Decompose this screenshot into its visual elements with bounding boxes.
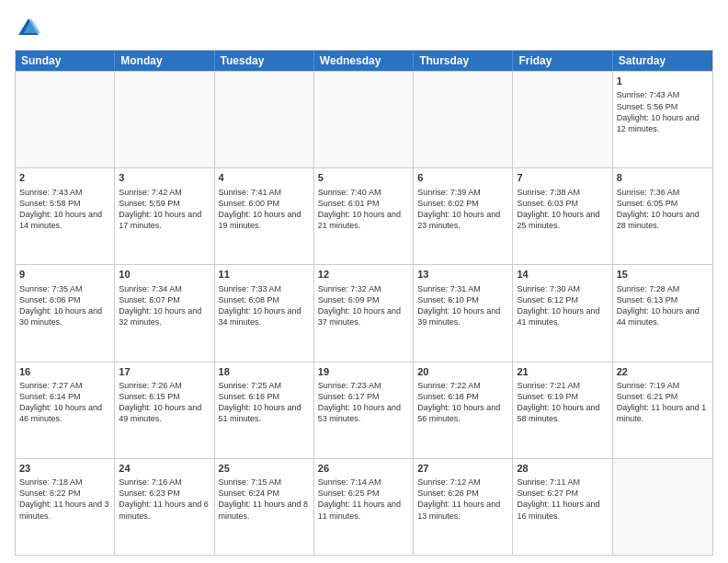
day-number: 8 bbox=[617, 171, 709, 185]
calendar-cell: 2Sunrise: 7:43 AM Sunset: 5:58 PM Daylig… bbox=[16, 168, 115, 264]
calendar: SundayMondayTuesdayWednesdayThursdayFrid… bbox=[15, 50, 713, 556]
logo-icon bbox=[15, 15, 42, 42]
calendar-cell: 24Sunrise: 7:16 AM Sunset: 6:23 PM Dayli… bbox=[115, 459, 214, 555]
calendar-cell: 1Sunrise: 7:43 AM Sunset: 5:56 PM Daylig… bbox=[613, 72, 712, 167]
calendar-cell: 16Sunrise: 7:27 AM Sunset: 6:14 PM Dayli… bbox=[16, 362, 115, 458]
day-number: 7 bbox=[517, 171, 608, 185]
calendar-cell: 20Sunrise: 7:22 AM Sunset: 6:18 PM Dayli… bbox=[414, 362, 513, 458]
day-number: 27 bbox=[417, 462, 508, 476]
cell-info: Sunrise: 7:18 AM Sunset: 6:22 PM Dayligh… bbox=[19, 477, 110, 522]
calendar-cell: 7Sunrise: 7:38 AM Sunset: 6:03 PM Daylig… bbox=[513, 168, 612, 264]
calendar-header: SundayMondayTuesdayWednesdayThursdayFrid… bbox=[16, 51, 712, 71]
day-number: 25 bbox=[219, 462, 310, 476]
cell-info: Sunrise: 7:26 AM Sunset: 6:15 PM Dayligh… bbox=[119, 380, 210, 425]
day-number: 12 bbox=[318, 268, 409, 282]
calendar-cell: 23Sunrise: 7:18 AM Sunset: 6:22 PM Dayli… bbox=[16, 459, 115, 555]
day-number: 1 bbox=[617, 75, 709, 88]
cell-info: Sunrise: 7:42 AM Sunset: 5:59 PM Dayligh… bbox=[119, 187, 210, 232]
cell-info: Sunrise: 7:34 AM Sunset: 6:07 PM Dayligh… bbox=[119, 283, 210, 328]
header-day-wednesday: Wednesday bbox=[314, 51, 414, 71]
day-number: 3 bbox=[119, 171, 210, 185]
calendar-cell: 21Sunrise: 7:21 AM Sunset: 6:19 PM Dayli… bbox=[513, 362, 612, 458]
day-number: 9 bbox=[19, 268, 110, 282]
calendar-cell bbox=[613, 459, 712, 555]
day-number: 4 bbox=[219, 171, 310, 185]
cell-info: Sunrise: 7:19 AM Sunset: 6:21 PM Dayligh… bbox=[617, 380, 709, 425]
calendar-cell bbox=[314, 72, 414, 167]
cell-info: Sunrise: 7:12 AM Sunset: 6:26 PM Dayligh… bbox=[417, 477, 508, 522]
calendar-cell: 14Sunrise: 7:30 AM Sunset: 6:12 PM Dayli… bbox=[513, 265, 612, 361]
day-number: 17 bbox=[119, 365, 210, 379]
calendar-cell: 4Sunrise: 7:41 AM Sunset: 6:00 PM Daylig… bbox=[215, 168, 314, 264]
header-day-tuesday: Tuesday bbox=[215, 51, 314, 71]
day-number: 26 bbox=[318, 462, 409, 476]
calendar-cell: 25Sunrise: 7:15 AM Sunset: 6:24 PM Dayli… bbox=[215, 459, 314, 555]
cell-info: Sunrise: 7:21 AM Sunset: 6:19 PM Dayligh… bbox=[517, 380, 608, 425]
day-number: 16 bbox=[19, 365, 110, 379]
cell-info: Sunrise: 7:30 AM Sunset: 6:12 PM Dayligh… bbox=[517, 283, 608, 328]
cell-info: Sunrise: 7:11 AM Sunset: 6:27 PM Dayligh… bbox=[517, 477, 608, 522]
calendar-cell: 13Sunrise: 7:31 AM Sunset: 6:10 PM Dayli… bbox=[414, 265, 513, 361]
cell-info: Sunrise: 7:25 AM Sunset: 6:16 PM Dayligh… bbox=[219, 380, 310, 425]
calendar-cell: 28Sunrise: 7:11 AM Sunset: 6:27 PM Dayli… bbox=[513, 459, 612, 555]
header-day-thursday: Thursday bbox=[414, 51, 513, 71]
day-number: 2 bbox=[19, 171, 110, 185]
header-day-monday: Monday bbox=[115, 51, 214, 71]
calendar-cell: 17Sunrise: 7:26 AM Sunset: 6:15 PM Dayli… bbox=[115, 362, 214, 458]
cell-info: Sunrise: 7:23 AM Sunset: 6:17 PM Dayligh… bbox=[318, 380, 409, 425]
day-number: 20 bbox=[417, 365, 508, 379]
header bbox=[15, 15, 713, 42]
calendar-cell: 19Sunrise: 7:23 AM Sunset: 6:17 PM Dayli… bbox=[314, 362, 414, 458]
logo bbox=[15, 15, 46, 42]
calendar-cell: 10Sunrise: 7:34 AM Sunset: 6:07 PM Dayli… bbox=[115, 265, 214, 361]
calendar-cell: 5Sunrise: 7:40 AM Sunset: 6:01 PM Daylig… bbox=[314, 168, 414, 264]
calendar-cell: 8Sunrise: 7:36 AM Sunset: 6:05 PM Daylig… bbox=[613, 168, 712, 264]
calendar-cell: 18Sunrise: 7:25 AM Sunset: 6:16 PM Dayli… bbox=[215, 362, 314, 458]
calendar-cell: 15Sunrise: 7:28 AM Sunset: 6:13 PM Dayli… bbox=[613, 265, 712, 361]
calendar-cell bbox=[414, 72, 513, 167]
header-day-saturday: Saturday bbox=[613, 51, 712, 71]
cell-info: Sunrise: 7:14 AM Sunset: 6:25 PM Dayligh… bbox=[318, 477, 409, 522]
day-number: 18 bbox=[219, 365, 310, 379]
calendar-row-4: 23Sunrise: 7:18 AM Sunset: 6:22 PM Dayli… bbox=[16, 458, 712, 555]
cell-info: Sunrise: 7:15 AM Sunset: 6:24 PM Dayligh… bbox=[219, 477, 310, 522]
day-number: 5 bbox=[318, 171, 409, 185]
calendar-cell: 27Sunrise: 7:12 AM Sunset: 6:26 PM Dayli… bbox=[414, 459, 513, 555]
calendar-cell bbox=[115, 72, 214, 167]
day-number: 11 bbox=[219, 268, 310, 282]
cell-info: Sunrise: 7:31 AM Sunset: 6:10 PM Dayligh… bbox=[417, 283, 508, 328]
calendar-row-1: 2Sunrise: 7:43 AM Sunset: 5:58 PM Daylig… bbox=[16, 167, 712, 264]
day-number: 21 bbox=[517, 365, 608, 379]
header-day-friday: Friday bbox=[513, 51, 612, 71]
calendar-cell bbox=[513, 72, 612, 167]
day-number: 6 bbox=[417, 171, 508, 185]
calendar-cell: 6Sunrise: 7:39 AM Sunset: 6:02 PM Daylig… bbox=[414, 168, 513, 264]
calendar-cell: 3Sunrise: 7:42 AM Sunset: 5:59 PM Daylig… bbox=[115, 168, 214, 264]
day-number: 23 bbox=[19, 462, 110, 476]
day-number: 10 bbox=[119, 268, 210, 282]
cell-info: Sunrise: 7:39 AM Sunset: 6:02 PM Dayligh… bbox=[417, 187, 508, 232]
cell-info: Sunrise: 7:22 AM Sunset: 6:18 PM Dayligh… bbox=[417, 380, 508, 425]
cell-info: Sunrise: 7:35 AM Sunset: 6:06 PM Dayligh… bbox=[19, 283, 110, 328]
calendar-cell: 12Sunrise: 7:32 AM Sunset: 6:09 PM Dayli… bbox=[314, 265, 414, 361]
calendar-cell bbox=[16, 72, 115, 167]
cell-info: Sunrise: 7:27 AM Sunset: 6:14 PM Dayligh… bbox=[19, 380, 110, 425]
calendar-cell: 9Sunrise: 7:35 AM Sunset: 6:06 PM Daylig… bbox=[16, 265, 115, 361]
calendar-cell: 26Sunrise: 7:14 AM Sunset: 6:25 PM Dayli… bbox=[314, 459, 414, 555]
calendar-body: 1Sunrise: 7:43 AM Sunset: 5:56 PM Daylig… bbox=[16, 71, 712, 555]
cell-info: Sunrise: 7:40 AM Sunset: 6:01 PM Dayligh… bbox=[318, 187, 409, 232]
cell-info: Sunrise: 7:43 AM Sunset: 5:56 PM Dayligh… bbox=[617, 89, 709, 134]
cell-info: Sunrise: 7:33 AM Sunset: 6:08 PM Dayligh… bbox=[219, 283, 310, 328]
cell-info: Sunrise: 7:32 AM Sunset: 6:09 PM Dayligh… bbox=[318, 283, 409, 328]
calendar-cell: 11Sunrise: 7:33 AM Sunset: 6:08 PM Dayli… bbox=[215, 265, 314, 361]
calendar-row-2: 9Sunrise: 7:35 AM Sunset: 6:06 PM Daylig… bbox=[16, 264, 712, 361]
cell-info: Sunrise: 7:41 AM Sunset: 6:00 PM Dayligh… bbox=[219, 187, 310, 232]
day-number: 22 bbox=[617, 365, 709, 379]
day-number: 19 bbox=[318, 365, 409, 379]
day-number: 14 bbox=[517, 268, 608, 282]
calendar-row-0: 1Sunrise: 7:43 AM Sunset: 5:56 PM Daylig… bbox=[16, 71, 712, 167]
day-number: 24 bbox=[119, 462, 210, 476]
day-number: 15 bbox=[617, 268, 709, 282]
page: SundayMondayTuesdayWednesdayThursdayFrid… bbox=[0, 0, 728, 563]
header-day-sunday: Sunday bbox=[16, 51, 115, 71]
